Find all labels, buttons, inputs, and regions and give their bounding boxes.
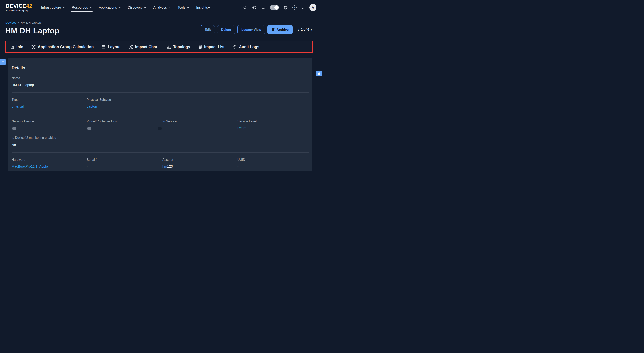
- nav-infrastructure[interactable]: Infrastructure: [41, 0, 65, 15]
- type-link[interactable]: physical: [12, 105, 24, 108]
- field-uuid: UUID -: [238, 158, 309, 169]
- chevron-down-icon: [90, 7, 92, 8]
- field-hardware: Hardware MacBookPro12,1, Apple: [12, 158, 86, 169]
- tab-audit-logs[interactable]: Audit Logs: [229, 42, 263, 52]
- bookmark-icon[interactable]: [301, 5, 305, 10]
- breadcrumb-devices-link[interactable]: Devices: [5, 21, 16, 24]
- chevron-down-icon: [63, 7, 65, 8]
- legacy-view-button[interactable]: Legacy View: [238, 25, 265, 34]
- history-icon: [233, 45, 237, 49]
- moon-icon: ☾: [271, 6, 273, 9]
- nav-resources[interactable]: Resources: [72, 0, 92, 15]
- field-value: -: [238, 165, 238, 168]
- globe-icon[interactable]: [252, 5, 256, 10]
- toggle-knob: [87, 127, 91, 131]
- field-label: Is Device42 monitoring enabled: [12, 136, 162, 140]
- hardware-link[interactable]: MacBookPro12,1, Apple: [12, 165, 48, 168]
- field-in-service: In Service: [162, 120, 238, 130]
- field-asset: Asset # hm123: [162, 158, 238, 169]
- field-label: Serial #: [86, 158, 162, 162]
- field-name: Name HM DH Laptop: [12, 77, 86, 87]
- page-title: HM DH Laptop: [5, 27, 59, 35]
- field-monitoring-enabled: Is Device42 monitoring enabled No: [12, 136, 162, 147]
- avatar[interactable]: A: [310, 4, 316, 11]
- edit-button[interactable]: Edit: [200, 25, 215, 34]
- archive-button[interactable]: Archive: [268, 25, 293, 34]
- next-record-chevron[interactable]: ›: [311, 28, 312, 32]
- annotation-highlight-tabbar: Info Application Group Calculation Layou…: [5, 41, 313, 53]
- field-label: In Service: [162, 120, 238, 123]
- rows-icon: [198, 45, 202, 49]
- list-icon: [2, 60, 5, 64]
- top-navigation: DEVICE42 A Freshworks Company Infrastruc…: [0, 0, 322, 15]
- field-value: -: [86, 165, 88, 168]
- share-nodes-icon: [128, 45, 133, 49]
- tree-icon: [317, 72, 320, 75]
- nav-utility-icons: ☾ ? A: [243, 4, 316, 11]
- nav-analytics[interactable]: Analytics: [153, 0, 170, 15]
- breadcrumb-separator: ›: [18, 21, 19, 24]
- help-icon[interactable]: ?: [292, 5, 296, 10]
- field-type: Type physical: [12, 98, 86, 109]
- archive-icon: [272, 28, 275, 32]
- toggle-knob: [158, 127, 162, 131]
- bell-icon[interactable]: [261, 5, 265, 10]
- logo-tagline: A Freshworks Company: [6, 10, 32, 12]
- field-label: Virtual/Container Host: [86, 120, 162, 123]
- chevron-down-icon: [168, 7, 170, 8]
- field-label: UUID: [238, 158, 309, 162]
- breadcrumb: Devices › HM DH Laptop: [5, 21, 41, 24]
- chevron-down-icon: [118, 7, 121, 8]
- field-network-device: Network Device: [12, 120, 86, 130]
- toggle-knob: [274, 5, 278, 10]
- dark-mode-toggle[interactable]: ☾: [270, 5, 279, 10]
- field-service-level: Service Level Retire: [238, 120, 309, 130]
- nav-applications[interactable]: Applications: [99, 0, 121, 15]
- tab-info[interactable]: Info: [6, 42, 28, 52]
- field-label: Network Device: [12, 120, 86, 123]
- field-label: Service Level: [238, 120, 309, 123]
- field-label: Hardware: [12, 158, 86, 162]
- document-icon: [10, 45, 14, 49]
- section-status: Network Device Virtual/Container Host In…: [12, 120, 309, 153]
- service-level-link[interactable]: Retire: [238, 126, 246, 130]
- gear-icon[interactable]: [284, 5, 288, 10]
- details-card: Details Name HM DH Laptop Type physical …: [8, 58, 312, 171]
- layout-icon: [102, 45, 106, 49]
- device42-logo[interactable]: DEVICE42 A Freshworks Company: [6, 4, 32, 12]
- nav-insights-plus[interactable]: Insights+: [196, 0, 210, 15]
- breadcrumb-current: HM DH Laptop: [20, 21, 41, 24]
- chevron-down-icon: [187, 7, 189, 8]
- section-hardware: Hardware MacBookPro12,1, Apple Serial # …: [12, 158, 309, 171]
- field-label: Physical Subtype: [86, 98, 162, 102]
- tree-view-button[interactable]: [316, 71, 322, 77]
- field-physical-subtype: Physical Subtype Laptop: [86, 98, 162, 109]
- toggle-knob: [12, 127, 16, 131]
- prev-record-chevron[interactable]: ‹: [298, 28, 299, 32]
- sitemap-icon: [166, 45, 171, 49]
- delete-button[interactable]: Delete: [217, 25, 235, 34]
- side-panel-list-button[interactable]: [0, 59, 6, 65]
- tab-topology[interactable]: Topology: [162, 42, 194, 52]
- share-nodes-icon: [32, 45, 36, 49]
- main-menu: Infrastructure Resources Applications Di…: [41, 0, 210, 15]
- tab-layout[interactable]: Layout: [98, 42, 124, 52]
- device-actions: Edit Delete Legacy View Archive ‹ 1 of 6…: [200, 25, 312, 34]
- tab-application-group-calculation[interactable]: Application Group Calculation: [28, 42, 98, 52]
- nav-tools[interactable]: Tools: [178, 0, 189, 15]
- field-label: Asset #: [162, 158, 238, 162]
- field-label: Type: [12, 98, 86, 102]
- nav-discovery[interactable]: Discovery: [128, 0, 146, 15]
- tab-impact-list[interactable]: Impact List: [194, 42, 229, 52]
- field-label: Name: [12, 77, 86, 80]
- field-value: HM DH Laptop: [12, 83, 34, 87]
- section-type: Type physical Physical Subtype Laptop: [12, 98, 309, 114]
- chevron-down-icon: [144, 7, 146, 8]
- section-name: Name HM DH Laptop: [12, 77, 309, 93]
- record-pager: ‹ 1 of 6 ›: [298, 28, 312, 32]
- record-count: 1 of 6: [301, 28, 309, 32]
- logo-wordmark: DEVICE42: [6, 4, 32, 9]
- physical-subtype-link[interactable]: Laptop: [86, 105, 97, 108]
- search-icon[interactable]: [243, 5, 247, 10]
- tab-impact-chart[interactable]: Impact Chart: [124, 42, 162, 52]
